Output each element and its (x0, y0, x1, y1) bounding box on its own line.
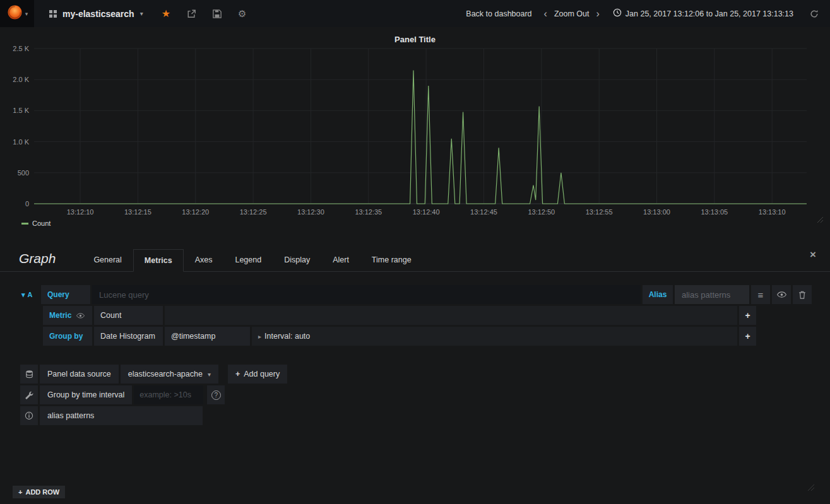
query-label-cell[interactable]: Query (41, 285, 90, 304)
graph-panel: Panel Title 05001.0 K1.5 K2.0 K2.5 K13:1… (5, 30, 825, 230)
add-row-label: ADD ROW (25, 488, 59, 496)
tab-axes[interactable]: Axes (184, 249, 224, 271)
tab-display[interactable]: Display (273, 249, 321, 271)
star-icon[interactable]: ★ (153, 0, 179, 27)
gear-icon[interactable]: ⚙ (230, 0, 254, 27)
svg-text:13:12:30: 13:12:30 (297, 208, 324, 216)
datasource-select[interactable]: elasticsearch-apache ▾ (121, 365, 218, 384)
navbar-right: Back to dashboard ‹ Zoom Out › Jan 25, 2… (459, 0, 830, 27)
svg-text:13:13:10: 13:13:10 (759, 208, 786, 216)
corner-grip-icon (807, 483, 815, 494)
caret-right-icon: ▸ (258, 333, 261, 340)
navbar: ▾ my-elasticsearch ▾ ★ ⚙ Back to dashboa… (0, 0, 830, 27)
plus-icon: + (18, 488, 22, 496)
wrench-icon (20, 385, 38, 404)
trash-icon[interactable] (793, 285, 812, 304)
chevron-down-icon: ▾ (25, 11, 28, 17)
add-row-button[interactable]: + ADD ROW (13, 486, 65, 498)
metric-value-cell[interactable]: Count (94, 306, 163, 325)
query-row-letter: A (28, 291, 33, 298)
help-icon[interactable]: ? (207, 385, 225, 404)
tab-time-range[interactable]: Time range (360, 249, 423, 271)
svg-text:2.5 K: 2.5 K (13, 45, 29, 52)
panel-editor: Graph General Metrics Axes Legend Displa… (0, 243, 830, 450)
metric-row: Metric Count + (20, 306, 756, 325)
tab-alert[interactable]: Alert (321, 249, 360, 271)
metric-label-cell[interactable]: Metric (43, 306, 92, 325)
group-by-type-cell[interactable]: Date Histogram (94, 327, 163, 346)
time-series-chart: 05001.0 K1.5 K2.0 K2.5 K13:12:1013:12:15… (5, 45, 825, 219)
svg-text:1.5 K: 1.5 K (13, 107, 29, 114)
tab-general[interactable]: General (82, 249, 133, 271)
alias-patterns-label: alias patterns (40, 406, 203, 425)
database-icon[interactable] (20, 365, 38, 384)
group-by-row: Group by Date Histogram @timestamp ▸ Int… (20, 327, 756, 346)
svg-text:2.0 K: 2.0 K (13, 76, 29, 83)
svg-text:13:12:50: 13:12:50 (528, 208, 555, 216)
svg-text:13:12:25: 13:12:25 (240, 208, 267, 216)
svg-text:13:12:35: 13:12:35 (355, 208, 382, 216)
add-query-label: Add query (244, 370, 280, 378)
svg-text:13:12:15: 13:12:15 (124, 208, 151, 216)
menu-icon[interactable]: ≡ (751, 285, 770, 304)
interval-value: Interval: auto (264, 332, 310, 341)
legend-label[interactable]: Count (32, 220, 50, 227)
editor-body: ▾ A Query Alias ≡ Metric (0, 272, 830, 450)
group-by-field-cell[interactable]: @timestamp (165, 327, 250, 346)
metric-label: Metric (49, 311, 71, 320)
svg-text:13:12:55: 13:12:55 (586, 208, 613, 216)
datasource-value: elasticsearch-apache (128, 370, 203, 378)
group-by-label-cell[interactable]: Group by (43, 327, 92, 346)
svg-text:500: 500 (18, 169, 29, 177)
panel-title[interactable]: Panel Title (5, 30, 825, 45)
info-icon[interactable] (20, 406, 38, 425)
interval-cell[interactable]: ▸ Interval: auto (252, 327, 737, 346)
svg-text:0: 0 (25, 200, 29, 208)
svg-text:13:12:45: 13:12:45 (470, 208, 497, 216)
close-icon[interactable]: × (810, 249, 820, 266)
chevron-left-icon[interactable]: ‹ (538, 9, 553, 19)
query-collapse-toggle[interactable]: ▾ A (20, 285, 39, 304)
save-icon[interactable] (205, 0, 230, 27)
grafana-logo-icon (6, 4, 23, 23)
svg-text:13:12:40: 13:12:40 (413, 208, 440, 216)
tab-metrics[interactable]: Metrics (133, 249, 184, 272)
group-by-time-interval-input[interactable] (134, 385, 203, 404)
alias-patterns-row: alias patterns (20, 406, 812, 425)
legend: Count (5, 219, 825, 230)
zoom-out-button[interactable]: Zoom Out (553, 0, 591, 27)
svg-text:13:13:00: 13:13:00 (643, 208, 670, 216)
panel-resize-handle[interactable] (817, 214, 824, 226)
time-range-picker[interactable]: Jan 25, 2017 13:12:06 to Jan 25, 2017 13… (609, 8, 797, 19)
caret-down-icon: ▾ (21, 291, 25, 299)
metric-row-spacer (20, 306, 41, 325)
tab-legend[interactable]: Legend (223, 249, 273, 271)
lucene-query-input[interactable] (98, 290, 635, 300)
legend-swatch (21, 223, 28, 225)
add-query-button[interactable]: + Add query (228, 365, 287, 384)
back-to-dashboard-button[interactable]: Back to dashboard (459, 0, 538, 27)
refresh-icon[interactable] (806, 9, 822, 18)
lucene-query-cell (92, 285, 641, 304)
share-icon[interactable] (179, 0, 205, 27)
panel-type-title: Graph (10, 251, 82, 271)
clock-icon (613, 8, 622, 19)
metric-row-filler (165, 306, 737, 325)
editor-header: Graph General Metrics Axes Legend Displa… (0, 243, 830, 272)
chevron-down-icon: ▾ (140, 10, 143, 17)
alias-cell (675, 285, 749, 304)
group-by-time-interval-label: Group by time interval (40, 385, 132, 404)
group-by-time-interval-row: Group by time interval ? (20, 385, 812, 404)
svg-text:13:13:05: 13:13:05 (701, 208, 728, 216)
alias-patterns-input[interactable] (680, 290, 744, 300)
svg-text:13:12:20: 13:12:20 (182, 208, 209, 216)
dashboard-picker[interactable]: my-elasticsearch ▾ (39, 0, 153, 27)
plus-icon: + (235, 370, 240, 378)
eye-icon[interactable] (772, 285, 791, 304)
grafana-logo-menu[interactable]: ▾ (0, 0, 34, 27)
add-group-by-button[interactable]: + (739, 327, 756, 346)
add-metric-button[interactable]: + (739, 306, 756, 325)
panel-data-source-label: Panel data source (40, 365, 119, 384)
chevron-right-icon[interactable]: › (590, 9, 605, 19)
dashboard-title: my-elasticsearch (62, 9, 134, 19)
